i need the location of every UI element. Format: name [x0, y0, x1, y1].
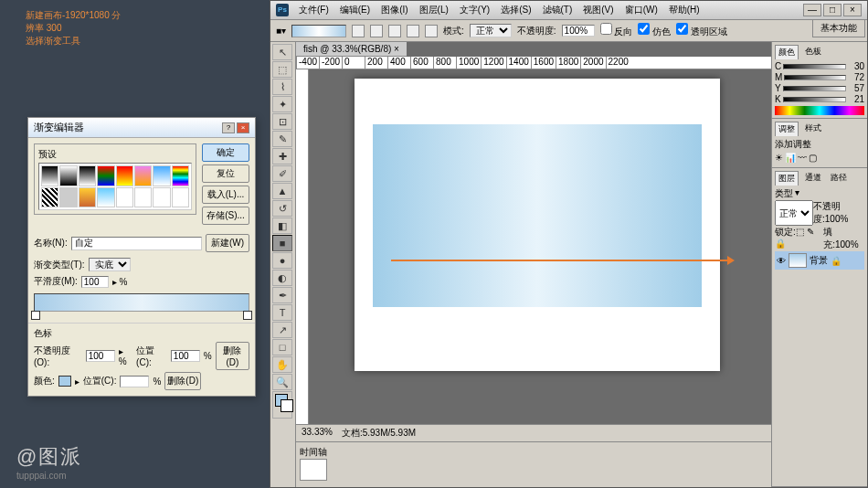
preset-swatch[interactable] [97, 165, 114, 186]
dither-checkbox[interactable]: 仿色 [638, 23, 671, 38]
dialog-close-button[interactable]: × [237, 122, 249, 133]
preset-swatch[interactable] [59, 187, 77, 208]
visibility-icon[interactable]: 👁 [777, 256, 786, 266]
window-close-button[interactable]: × [843, 4, 862, 16]
dialog-titlebar[interactable]: 渐变编辑器 ? × [28, 118, 255, 138]
menu-layer[interactable]: 图层(L) [415, 3, 453, 17]
frame-thumb[interactable] [300, 459, 327, 481]
levels-icon[interactable]: 📊 [785, 153, 796, 163]
k-slider[interactable] [783, 97, 846, 102]
hand-tool[interactable]: ✋ [272, 356, 292, 373]
new-button[interactable]: 新建(W) [206, 234, 249, 252]
reflected-gradient-button[interactable] [407, 25, 419, 37]
stamp-tool[interactable]: ▲ [272, 183, 292, 199]
preset-swatch[interactable] [97, 187, 114, 208]
menu-window[interactable]: 窗口(W) [620, 3, 662, 17]
cancel-button[interactable]: 复位 [202, 164, 249, 183]
preset-swatch[interactable] [79, 187, 96, 208]
dialog-help-button[interactable]: ? [222, 122, 235, 133]
smoothness-input[interactable] [81, 276, 109, 288]
menu-image[interactable]: 图像(I) [376, 3, 412, 17]
preset-swatch[interactable] [116, 165, 133, 186]
preset-swatch[interactable] [41, 165, 58, 186]
diamond-gradient-button[interactable] [425, 25, 438, 37]
window-maximize-button[interactable]: □ [823, 4, 842, 16]
delete-stop-button2[interactable]: 删除(D) [164, 372, 201, 390]
lasso-tool[interactable]: ⌇ [272, 79, 292, 95]
preset-swatch[interactable] [116, 187, 133, 208]
styles-tab[interactable]: 样式 [802, 122, 824, 136]
type-tool[interactable]: T [272, 304, 292, 321]
canvas-viewport[interactable] [309, 69, 771, 424]
dodge-tool[interactable]: ◐ [272, 270, 292, 286]
preset-swatch[interactable] [172, 165, 189, 186]
history-brush-tool[interactable]: ↺ [272, 200, 292, 217]
menu-edit[interactable]: 编辑(E) [335, 3, 375, 17]
preset-swatch[interactable] [134, 165, 152, 186]
workspace-switcher[interactable]: 基本功能 [812, 19, 865, 37]
pen-tool[interactable]: ✒ [272, 287, 292, 303]
preset-swatch[interactable] [153, 165, 170, 186]
crop-tool[interactable]: ⊡ [272, 113, 292, 130]
heal-tool[interactable]: ✚ [272, 148, 292, 164]
adjust-tab[interactable]: 调整 [775, 122, 799, 136]
preset-swatch[interactable] [79, 165, 96, 186]
ok-button[interactable]: 确定 [202, 143, 249, 162]
paths-tab[interactable]: 路径 [828, 171, 850, 186]
stop-color-swatch[interactable] [58, 376, 71, 387]
blur-tool[interactable]: ● [272, 252, 292, 269]
ps-titlebar[interactable]: Ps 文件(F) 编辑(E) 图像(I) 图层(L) 文字(Y) 选择(S) 滤… [270, 1, 867, 20]
linear-gradient-button[interactable] [352, 25, 365, 37]
path-tool[interactable]: ↗ [272, 322, 292, 338]
opacity-input[interactable] [562, 25, 595, 37]
blend-mode-select[interactable]: 正常 [775, 200, 813, 226]
layers-tab[interactable]: 图层 [775, 171, 799, 186]
reverse-checkbox[interactable]: 反向 [600, 23, 633, 38]
document-tab[interactable]: fish @ 33.3%(RGB/8) × [296, 42, 407, 57]
channels-tab[interactable]: 通道 [802, 171, 824, 186]
c-slider[interactable] [783, 64, 846, 69]
menu-filter[interactable]: 滤镜(T) [538, 3, 577, 17]
y-slider[interactable] [783, 86, 846, 91]
preset-swatch[interactable] [172, 187, 189, 208]
zoom-level[interactable]: 33.33% [302, 427, 333, 440]
gradient-tool[interactable]: ■ [272, 235, 292, 251]
wand-tool[interactable]: ✦ [272, 96, 292, 112]
menu-file[interactable]: 文件(F) [294, 3, 333, 17]
preset-swatch[interactable] [41, 187, 58, 208]
stop-location-input[interactable] [171, 350, 200, 362]
shape-tool[interactable]: □ [272, 339, 292, 355]
m-slider[interactable] [784, 75, 846, 80]
gradient-preview[interactable] [291, 25, 346, 37]
gradient-tool-icon[interactable]: ■▾ [276, 26, 286, 36]
color-tab[interactable]: 颜色 [775, 45, 799, 59]
gradient-bar[interactable] [34, 293, 249, 312]
curves-icon[interactable]: 〰 [798, 153, 807, 163]
load-button[interactable]: 载入(L)... [202, 186, 249, 204]
transparency-checkbox[interactable]: 透明区域 [676, 23, 727, 38]
brush-tool[interactable]: ✐ [272, 165, 292, 182]
save-button[interactable]: 存储(S)... [202, 207, 249, 225]
zoom-tool[interactable]: 🔍 [272, 374, 292, 390]
menu-view[interactable]: 视图(V) [578, 3, 618, 17]
eyedropper-tool[interactable]: ✎ [272, 131, 292, 147]
preset-swatch[interactable] [153, 187, 170, 208]
name-input[interactable] [71, 237, 202, 250]
exposure-icon[interactable]: ▢ [809, 153, 817, 163]
menu-help[interactable]: 帮助(H) [664, 3, 704, 17]
color-ramp[interactable] [775, 106, 864, 115]
stop-opacity-input[interactable] [86, 350, 115, 362]
window-minimize-button[interactable]: — [803, 4, 821, 16]
brightness-icon[interactable]: ☀ [775, 153, 783, 163]
radial-gradient-button[interactable] [370, 25, 383, 37]
eraser-tool[interactable]: ◧ [272, 217, 292, 234]
layer-row[interactable]: 👁 背景 🔒 [775, 251, 864, 270]
marquee-tool[interactable]: ⬚ [272, 61, 292, 78]
delete-stop-button[interactable]: 删除(D) [216, 342, 249, 370]
color-picker[interactable] [272, 391, 292, 419]
gradient-type-select[interactable]: 实底 [89, 258, 131, 271]
move-tool[interactable]: ↖ [272, 44, 292, 60]
preset-swatch[interactable] [134, 187, 152, 208]
mode-select[interactable]: 正常 [470, 24, 512, 37]
menu-select[interactable]: 选择(S) [496, 3, 535, 17]
